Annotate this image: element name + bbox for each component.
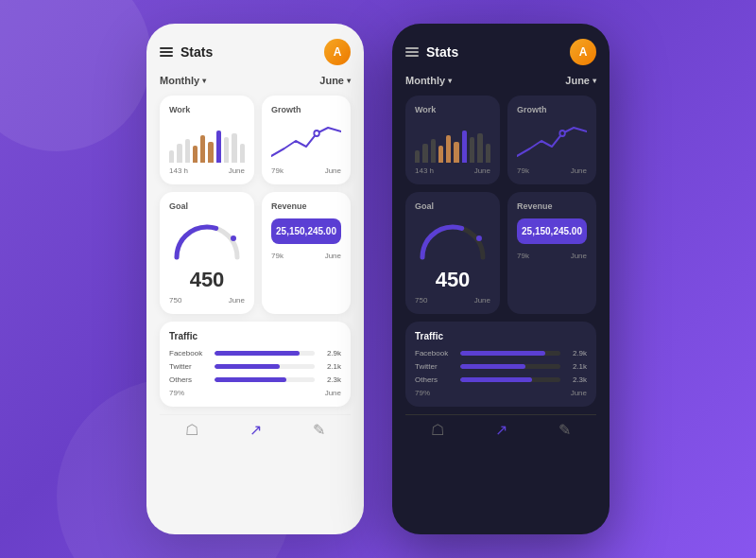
bar	[240, 144, 245, 163]
nav-edit-icon[interactable]: ✎	[313, 421, 325, 439]
traffic-bar-fill-dark	[460, 364, 525, 369]
goal-card-title: Goal	[169, 201, 245, 211]
revenue-period-dark: June	[571, 252, 587, 260]
period-label-dark: Monthly	[405, 75, 445, 86]
traffic-pct-dark: 79%	[415, 389, 430, 397]
revenue-value-dark: 25,150,245.00	[517, 218, 587, 244]
bar-dark	[470, 137, 474, 163]
period-filter-dark[interactable]: Monthly ▾	[405, 75, 452, 86]
traffic-period: June	[325, 389, 341, 397]
growth-period-dark: June	[571, 166, 587, 175]
traffic-row-twitter-dark: Twitter 2.1k	[415, 362, 587, 371]
month-filter-dark[interactable]: June ▾	[565, 75, 596, 86]
chevron-down-icon: ▾	[202, 77, 206, 85]
revenue-card-title-dark: Revenue	[517, 201, 587, 211]
avatar-dark[interactable]: A	[570, 39, 596, 65]
work-card-title-dark: Work	[415, 105, 490, 114]
traffic-row-others-dark: Others 2.3k	[415, 375, 587, 384]
growth-card-dark: Growth 79k June	[507, 96, 596, 184]
traffic-bar-others	[215, 377, 315, 382]
bar	[208, 142, 213, 164]
bar	[200, 135, 205, 163]
nav-trending-icon-dark[interactable]: ↗	[495, 421, 507, 439]
period-label: Monthly	[160, 75, 199, 86]
svg-point-0	[314, 131, 319, 136]
header-dark: Stats A	[405, 39, 596, 65]
header-left-dark: Stats	[405, 44, 458, 60]
svg-point-2	[559, 131, 565, 136]
month-filter[interactable]: June ▾	[319, 75, 351, 86]
work-period: June	[229, 166, 245, 175]
traffic-count-facebook-dark: 2.9k	[566, 349, 587, 357]
bar-highlight	[216, 131, 221, 163]
goal-value-dark: 450	[415, 268, 490, 292]
work-bar-chart	[169, 120, 245, 163]
filter-row-dark: Monthly ▾ June ▾	[405, 75, 596, 86]
traffic-count-others: 2.3k	[320, 375, 341, 384]
traffic-row-twitter: Twitter 2.1k	[169, 362, 341, 371]
goal-period: June	[229, 296, 245, 305]
traffic-label-others-dark: Others	[415, 375, 455, 384]
traffic-count-twitter: 2.1k	[320, 362, 341, 371]
nav-edit-icon-dark[interactable]: ✎	[558, 421, 571, 439]
revenue-card: Revenue 25,150,245.00 79k June	[262, 192, 351, 314]
growth-card-footer-dark: 79k June	[517, 166, 587, 175]
work-card-footer: 143 h June	[169, 166, 245, 175]
bar	[224, 137, 229, 163]
goal-semicircle-dark	[415, 217, 490, 264]
revenue-card-footer: 79k June	[271, 252, 341, 260]
menu-icon[interactable]	[160, 47, 173, 57]
avatar[interactable]: A	[324, 39, 351, 65]
month-label-dark: June	[565, 75, 590, 86]
nav-person-icon[interactable]: ☖	[185, 421, 198, 439]
app-title-dark: Stats	[426, 44, 458, 60]
bar-dark	[431, 139, 436, 163]
growth-card-title-dark: Growth	[517, 105, 587, 114]
work-card-footer-dark: 143 h June	[415, 166, 490, 175]
nav-person-icon-dark[interactable]: ☖	[431, 421, 444, 439]
bar-highlight-dark	[462, 131, 467, 163]
goal-card-dark: Goal 450 750 June	[405, 192, 500, 314]
growth-card-title: Growth	[271, 105, 341, 114]
goal-card-footer: 750 June	[169, 296, 245, 305]
bottom-nav-light: ☖ ↗ ✎	[160, 414, 351, 439]
revenue-card-footer-dark: 79k June	[517, 252, 587, 260]
traffic-card-dark: Traffic Facebook 2.9k Twitter 2.1k Other…	[405, 322, 596, 407]
traffic-label-others: Others	[169, 375, 209, 384]
growth-value-dark: 79k	[517, 166, 529, 175]
traffic-bar-fill	[215, 377, 286, 382]
revenue-sub-dark: 79k	[517, 252, 529, 260]
traffic-period-dark: June	[571, 389, 587, 397]
phone-light: Stats A Monthly ▾ June ▾ Work	[146, 24, 364, 534]
bar-dark	[454, 142, 458, 164]
goal-card: Goal 450 750 June	[160, 192, 254, 314]
revenue-value: 25,150,245.00	[271, 218, 341, 244]
traffic-bar-fill	[215, 364, 280, 369]
bar	[177, 144, 181, 163]
traffic-title-dark: Traffic	[415, 331, 587, 341]
app-title: Stats	[180, 44, 213, 60]
growth-period: June	[325, 166, 341, 175]
traffic-bar-fill-dark	[460, 377, 532, 382]
traffic-footer: 79% June	[169, 389, 341, 397]
goal-sub: 750	[169, 296, 181, 305]
traffic-bar-facebook	[215, 351, 315, 356]
traffic-label-facebook-dark: Facebook	[415, 349, 455, 357]
menu-icon-dark[interactable]	[405, 47, 419, 57]
nav-trending-icon[interactable]: ↗	[249, 421, 262, 439]
work-card-dark: Work 143 h June	[405, 96, 500, 184]
traffic-label-twitter: Twitter	[169, 362, 209, 371]
period-filter[interactable]: Monthly ▾	[160, 75, 206, 86]
traffic-title: Traffic	[169, 331, 341, 341]
goal-value: 450	[169, 268, 245, 292]
traffic-bar-facebook-dark	[460, 351, 560, 356]
chevron-down-icon-dark2: ▾	[593, 77, 596, 85]
work-value: 143 h	[169, 166, 188, 175]
traffic-bar-twitter-dark	[460, 364, 560, 369]
growth-value: 79k	[271, 166, 284, 175]
work-card-title: Work	[169, 105, 245, 114]
bar-dark	[438, 146, 443, 163]
svg-point-3	[476, 235, 482, 241]
traffic-count-facebook: 2.9k	[320, 349, 341, 357]
bar	[169, 150, 174, 164]
